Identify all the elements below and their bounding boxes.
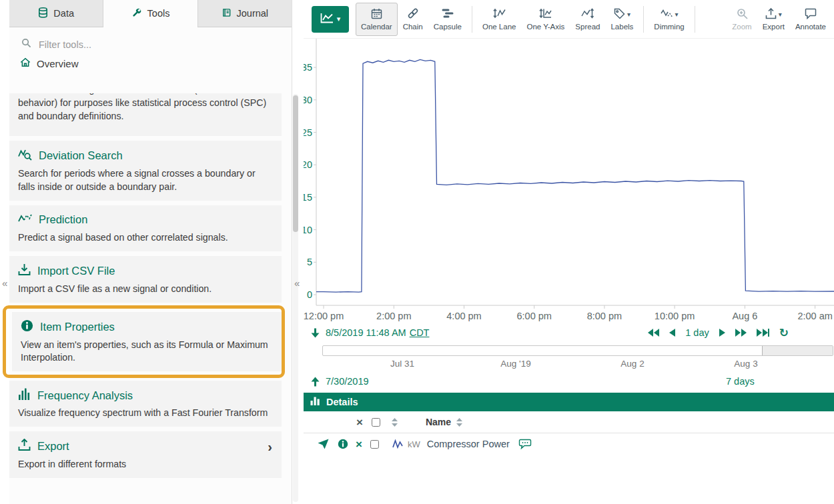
svg-text:10:00 pm: 10:00 pm xyxy=(655,311,695,321)
toolbar-button-dimming[interactable]: ▾ Dimming xyxy=(649,3,689,36)
tool-description: Characterize a signal's intended behavio… xyxy=(18,93,274,123)
item-checkbox[interactable] xyxy=(370,440,379,449)
tool-description: View an item's properties, such as its F… xyxy=(21,339,274,365)
tab-tools-label: Tools xyxy=(147,8,170,19)
toolbar-button-calendar[interactable]: Calendar xyxy=(356,3,398,36)
step-forward-fast-icon[interactable] xyxy=(735,329,747,337)
database-icon xyxy=(38,7,48,20)
item-unit: kW xyxy=(408,439,420,449)
name-column-header[interactable]: Name xyxy=(426,417,451,427)
step-forward-icon[interactable] xyxy=(719,329,725,337)
svg-text:25: 25 xyxy=(304,127,312,138)
trend-chart[interactable]: 0510152025303512:00 pm2:00 pm4:00 pm6:00… xyxy=(304,39,834,323)
tool-card-item-properties[interactable]: Item Properties View an item's propertie… xyxy=(12,312,282,372)
tool-card-export[interactable]: Export › Export in different formats xyxy=(9,431,282,478)
item-name: Compressor Power xyxy=(427,439,510,449)
tool-card-import-csv[interactable]: Import CSV File Import a CSV file as a n… xyxy=(9,256,282,303)
info-circle-icon xyxy=(21,319,33,335)
deviation-search-icon xyxy=(18,148,32,163)
step-back-icon[interactable] xyxy=(669,329,675,337)
collapse-tools-panel-icon[interactable]: « xyxy=(294,278,300,288)
axis-tick-label: Jul 31 xyxy=(390,359,414,369)
sort-name-icon[interactable] xyxy=(456,418,462,427)
toolbar-button-capsule[interactable]: Capsule xyxy=(428,3,467,36)
trend-view-icon xyxy=(320,13,334,25)
overview-link[interactable]: Overview xyxy=(20,57,280,69)
filter-tools-input[interactable] xyxy=(37,39,280,51)
display-range-duration[interactable]: 1 day xyxy=(685,327,709,338)
collapse-left-rail-icon[interactable]: « xyxy=(2,278,7,288)
chain-icon xyxy=(407,7,419,21)
remove-item-icon[interactable]: × xyxy=(356,439,362,450)
chevron-right-icon: › xyxy=(268,440,272,453)
svg-text:4:00 pm: 4:00 pm xyxy=(446,311,481,321)
details-panel-title: Details xyxy=(326,397,358,407)
tool-name: Export xyxy=(37,440,69,453)
caret-down-icon: ▾ xyxy=(779,11,782,18)
step-back-fast-icon[interactable] xyxy=(648,329,659,337)
display-range-start-arrow-icon[interactable] xyxy=(311,328,320,338)
item-info-icon[interactable] xyxy=(338,439,348,449)
investigate-range-start[interactable]: 7/30/2019 xyxy=(326,376,369,387)
caret-down-icon: ▾ xyxy=(627,11,631,18)
calendar-icon xyxy=(371,8,382,21)
toolbar-button-labels[interactable]: ▾ Labels xyxy=(605,3,639,36)
tool-card-deviation-search[interactable]: Deviation Search Search for periods wher… xyxy=(9,141,282,201)
display-range-row: 8/5/2019 11:48 AM CDT 1 day xyxy=(304,323,834,342)
tool-name: Prediction xyxy=(39,213,87,226)
toolbar-button-one-y-axis[interactable]: One Y-Axis xyxy=(521,3,570,36)
tool-name: Frequency Analysis xyxy=(37,389,133,402)
refresh-icon[interactable]: ↻ xyxy=(779,327,789,339)
axis-tick-label: Aug '19 xyxy=(500,359,530,369)
svg-text:35: 35 xyxy=(304,62,312,73)
tab-journal-label: Journal xyxy=(237,8,269,19)
export-tool-icon xyxy=(18,439,31,454)
toolbar-button-annotate[interactable]: Annotate xyxy=(790,3,831,36)
panel-divider xyxy=(292,0,292,504)
wrench-icon xyxy=(131,7,142,20)
investigate-range-start-arrow-icon[interactable] xyxy=(311,377,320,387)
tools-scrollbar[interactable] xyxy=(293,94,298,502)
scrollbar-thumb[interactable] xyxy=(293,95,298,232)
axis-tick-label: Aug 2 xyxy=(620,359,644,369)
tool-card-partial[interactable]: Characterize a signal's intended behavio… xyxy=(9,93,282,136)
time-range-scrollbar[interactable] xyxy=(322,345,833,356)
toolbar-separator xyxy=(695,6,695,33)
select-all-checkbox[interactable] xyxy=(372,418,380,427)
timezone-link[interactable]: CDT xyxy=(410,327,430,338)
comment-icon[interactable] xyxy=(518,439,532,449)
sort-icon[interactable] xyxy=(392,418,398,427)
toolbar-button-chain[interactable]: Chain xyxy=(398,3,428,36)
tab-data[interactable]: Data xyxy=(9,0,103,27)
step-to-end-icon[interactable] xyxy=(757,329,769,337)
navigate-to-item-icon[interactable] xyxy=(318,439,329,449)
journal-icon xyxy=(222,7,232,20)
one-lane-icon xyxy=(493,8,506,20)
svg-text:2:00 pm: 2:00 pm xyxy=(376,311,411,321)
tool-card-frequency-analysis[interactable]: Frequency Analysis Visualize frequency s… xyxy=(9,381,282,427)
one-y-axis-icon xyxy=(539,8,552,20)
tab-tools[interactable]: Tools xyxy=(103,0,197,27)
time-step-controls: 1 day ↻ xyxy=(648,327,789,339)
svg-text:10: 10 xyxy=(304,225,312,235)
export-icon xyxy=(765,8,777,21)
view-selector-dropdown[interactable]: ▾ xyxy=(312,6,349,33)
time-range-thumb[interactable] xyxy=(762,346,833,355)
prediction-icon xyxy=(18,213,32,227)
toolbar-button-export[interactable]: ▾ Export xyxy=(757,3,790,36)
details-panel-header[interactable]: Details xyxy=(304,393,834,411)
svg-text:0: 0 xyxy=(307,289,312,300)
investigate-range-duration[interactable]: 7 days xyxy=(726,376,755,387)
display-range-start[interactable]: 8/5/2019 11:48 AM xyxy=(326,327,406,338)
toolbar-button-spread[interactable]: Spread xyxy=(570,3,605,36)
zoom-icon xyxy=(737,8,748,21)
toolbar-button-zoom[interactable]: Zoom xyxy=(727,3,757,36)
tab-journal[interactable]: Journal xyxy=(198,0,292,27)
details-row-compressor-power[interactable]: × kW Compressor Power xyxy=(304,433,834,455)
svg-text:20: 20 xyxy=(304,159,312,170)
tool-card-prediction[interactable]: Prediction Predict a signal based on oth… xyxy=(9,205,282,251)
signal-icon xyxy=(392,439,403,449)
tool-name: Deviation Search xyxy=(39,149,123,162)
toolbar-button-one-lane[interactable]: One Lane xyxy=(477,3,522,36)
remove-all-icon[interactable]: × xyxy=(356,417,363,428)
